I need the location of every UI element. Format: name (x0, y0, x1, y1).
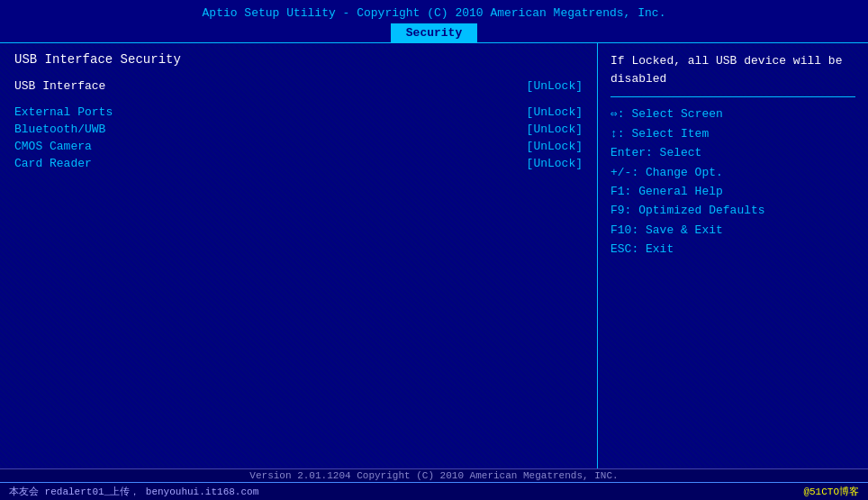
version-text: Version 2.01.1204 Copyright (C) 2010 Ame… (249, 470, 618, 481)
bluetooth-value: [UnLock] (527, 123, 583, 136)
usb-interface-value: [UnLock] (527, 79, 583, 93)
divider (610, 96, 855, 97)
cmos-camera-value: [UnLock] (527, 140, 583, 153)
card-reader-value: [UnLock] (527, 157, 583, 170)
menu-item-card-reader[interactable]: Card Reader [UnLock] (14, 157, 583, 170)
menu-item-usb-interface[interactable]: USB Interface [UnLock] (14, 79, 583, 93)
shortcut-f10: F10: Save & Exit (610, 221, 855, 240)
section-heading: USB Interface Security (14, 52, 583, 67)
spacer (14, 96, 583, 105)
external-ports-value: [UnLock] (527, 105, 583, 119)
shortcut-select-screen: ⇔: Select Screen (610, 105, 855, 123)
card-reader-label: Card Reader (14, 157, 92, 170)
cmos-camera-label: CMOS Camera (14, 140, 92, 153)
tab-security[interactable]: Security (391, 23, 477, 42)
version-bar: Version 2.01.1204 Copyright (C) 2010 Ame… (0, 468, 868, 482)
shortcut-select-item: ↕: Select Item (610, 124, 855, 143)
shortcut-enter: Enter: Select (610, 143, 855, 162)
shortcut-f1: F1: General Help (610, 182, 855, 201)
bios-screen: Aptio Setup Utility - Copyright (C) 2010… (0, 0, 868, 500)
tab-bar: Security (0, 23, 868, 42)
title-bar: Aptio Setup Utility - Copyright (C) 2010… (0, 0, 868, 23)
bottom-bar: 本友会 redalert01_上传， benyouhui.it168.com @… (0, 482, 868, 500)
bottom-left-info: 本友会 redalert01_上传， benyouhui.it168.com (9, 485, 258, 498)
bluetooth-label: Bluetooth/UWB (14, 123, 105, 136)
left-panel: USB Interface Security USB Interface [Un… (0, 43, 598, 468)
right-panel: If Locked, all USB device will be disabl… (598, 43, 868, 468)
menu-item-external-ports[interactable]: External Ports [UnLock] (14, 105, 583, 119)
help-text: If Locked, all USB device will be disabl… (610, 52, 855, 87)
shortcut-f9: F9: Optimized Defaults (610, 201, 855, 220)
external-ports-label: External Ports (14, 105, 113, 119)
shortcut-list: ⇔: Select Screen ↕: Select Item Enter: S… (610, 105, 855, 259)
bottom-right-info: @51CTO博客 (803, 485, 859, 498)
shortcut-change-opt: +/-: Change Opt. (610, 163, 855, 182)
title-text: Aptio Setup Utility - Copyright (C) 2010… (203, 6, 666, 20)
menu-item-bluetooth[interactable]: Bluetooth/UWB [UnLock] (14, 123, 583, 136)
usb-interface-label: USB Interface (14, 79, 105, 93)
shortcut-esc: ESC: Exit (610, 240, 855, 259)
menu-item-cmos-camera[interactable]: CMOS Camera [UnLock] (14, 140, 583, 153)
main-content: USB Interface Security USB Interface [Un… (0, 42, 868, 468)
